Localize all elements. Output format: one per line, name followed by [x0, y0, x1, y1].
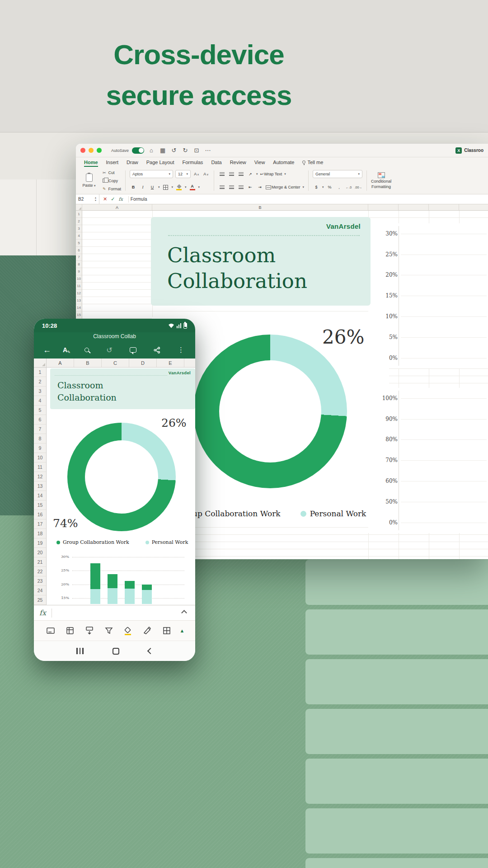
font-color-button[interactable]: A [189, 183, 196, 191]
fill-color-button[interactable] [175, 183, 183, 191]
phone-column-headers[interactable]: ABCDE [34, 359, 195, 368]
more-icon[interactable]: ⋯ [204, 147, 212, 154]
underline-button[interactable]: U [149, 183, 156, 191]
phone-row-header[interactable]: 10 [34, 453, 46, 462]
phone-formula-bar[interactable]: fx [34, 605, 195, 620]
card-view-button[interactable] [41, 626, 61, 636]
overflow-menu-icon[interactable]: ⋮ [178, 346, 184, 354]
desktop-row-header[interactable]: 6 [76, 247, 82, 254]
phone-row-header[interactable]: 7 [34, 425, 46, 434]
phone-row-header[interactable]: 6 [34, 415, 46, 425]
tab-data[interactable]: Data [211, 158, 221, 167]
fill-down-button[interactable] [80, 626, 99, 636]
expand-ribbon-button[interactable]: ▲ [176, 628, 188, 633]
tab-tell-me[interactable]: Tell me [302, 158, 323, 167]
phone-row-header[interactable]: 19 [34, 538, 46, 548]
home-button[interactable] [113, 648, 119, 655]
formula-cancel-button[interactable]: ✕ [103, 196, 107, 202]
tab-home[interactable]: Home [84, 158, 98, 167]
phone-row-header[interactable]: 9 [34, 443, 46, 453]
column-header[interactable] [429, 204, 459, 210]
phone-row-header[interactable]: 3 [34, 387, 46, 396]
comma-button[interactable]: , [336, 183, 343, 191]
orientation-button[interactable]: ↗ [247, 170, 254, 178]
filter-button[interactable] [99, 626, 118, 636]
name-box[interactable]: B2 ▲▼ [76, 194, 99, 204]
fill-color-button[interactable] [118, 626, 138, 636]
phone-row-header[interactable]: 12 [34, 472, 46, 481]
close-button[interactable] [80, 148, 85, 153]
desktop-row-header[interactable]: 4 [76, 232, 82, 240]
decrease-decimal-button[interactable]: .00→ [355, 183, 362, 191]
redo-icon[interactable]: ↻ [181, 147, 189, 154]
tab-page-layout[interactable]: Page Layout [146, 158, 174, 167]
tab-insert[interactable]: Insert [106, 158, 119, 167]
column-header-a[interactable]: A [82, 204, 152, 210]
share-icon[interactable] [154, 347, 160, 354]
increase-font-button[interactable]: A∧ [193, 170, 200, 178]
align-middle-button[interactable] [228, 170, 235, 178]
phone-row-header[interactable]: 18 [34, 529, 46, 538]
format-painter-button[interactable] [138, 626, 157, 636]
cut-button[interactable]: ✂Cut [103, 170, 121, 175]
column-header[interactable] [399, 204, 429, 210]
phone-row-header[interactable]: 2 [34, 377, 46, 387]
phone-worksheet[interactable]: 1234567891011121314151617181920212223242… [34, 368, 195, 605]
phone-bar-plot[interactable]: 30%25%20%15% [34, 551, 195, 605]
phone-row-header[interactable]: 16 [34, 510, 46, 519]
phone-column-header[interactable]: D [129, 359, 157, 367]
font-name-select[interactable]: Aptos▾ [130, 170, 173, 178]
tab-review[interactable]: Review [230, 158, 246, 167]
collapse-chevron-icon[interactable] [181, 610, 187, 616]
decrease-indent-button[interactable]: ⇤ [247, 183, 254, 191]
home-icon[interactable]: ⌂ [147, 147, 155, 154]
wrap-text-button[interactable]: ↩ Wrap Text [260, 170, 282, 178]
bold-button[interactable]: B [130, 183, 137, 191]
desktop-row-header[interactable]: 8 [76, 261, 82, 268]
merge-center-button[interactable]: Merge & Center [266, 183, 300, 191]
decrease-font-button[interactable]: A∨ [202, 170, 210, 178]
sheet-view-button[interactable] [61, 626, 80, 636]
align-center-button[interactable] [228, 183, 235, 191]
desktop-row-header[interactable]: 13 [76, 297, 82, 304]
name-box-stepper[interactable]: ▲▼ [94, 197, 97, 202]
phone-row-header[interactable]: 14 [34, 491, 46, 500]
borders-button[interactable] [162, 183, 169, 191]
phone-column-header[interactable]: B [74, 359, 102, 367]
desktop-row-header[interactable]: 15 [76, 311, 82, 319]
desktop-row-header[interactable]: 7 [76, 254, 82, 261]
partial-chart-top[interactable]: 30%25%20%15%10%5%0% [368, 223, 488, 368]
formula-input[interactable]: Formula [131, 197, 147, 202]
back-button[interactable]: ← [43, 345, 51, 355]
phone-row-header[interactable]: 11 [34, 462, 46, 472]
desktop-row-header[interactable]: 5 [76, 240, 82, 247]
desktop-row-header[interactable]: 12 [76, 290, 82, 297]
paste-button[interactable]: Paste ▾ [80, 169, 99, 192]
save-icon[interactable]: ▦ [159, 147, 167, 154]
search-icon[interactable] [84, 348, 89, 352]
zoom-button[interactable] [97, 148, 102, 153]
align-left-button[interactable] [218, 183, 225, 191]
phone-row-header[interactable]: 13 [34, 481, 46, 491]
format-text-icon[interactable] [63, 346, 67, 354]
undo-icon[interactable]: ↺ [106, 346, 112, 354]
phone-row-header[interactable]: 4 [34, 396, 46, 406]
align-top-button[interactable] [218, 170, 225, 178]
tab-formulas[interactable]: Formulas [183, 158, 203, 167]
currency-button[interactable]: $ [313, 183, 320, 191]
phone-column-header[interactable]: E [157, 359, 184, 367]
minimize-button[interactable] [89, 148, 94, 153]
increase-decimal-button[interactable]: ←.0 [345, 183, 352, 191]
nav-back-button[interactable] [147, 648, 154, 654]
italic-button[interactable]: I [139, 183, 146, 191]
desktop-row-header[interactable]: 10 [76, 275, 82, 283]
percent-button[interactable]: % [326, 183, 333, 191]
select-all-corner[interactable] [76, 204, 82, 210]
desktop-row-header[interactable]: 2 [76, 218, 82, 225]
borders-button[interactable] [157, 626, 176, 636]
phone-row-header[interactable]: 5 [34, 406, 46, 415]
phone-row-header[interactable]: 8 [34, 434, 46, 443]
tab-view[interactable]: View [254, 158, 265, 167]
column-header-b[interactable]: B [152, 204, 368, 210]
donut-chart[interactable] [193, 335, 347, 488]
